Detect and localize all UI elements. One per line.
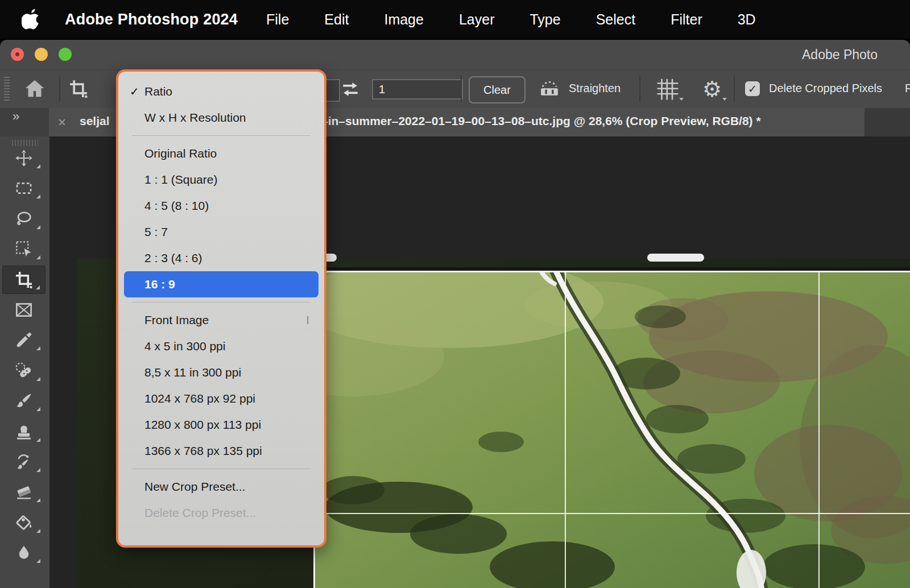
app-name[interactable]: Adobe Photoshop 2024 [65, 11, 238, 28]
tool-eyedropper[interactable] [2, 326, 46, 354]
apple-logo-icon[interactable] [22, 8, 41, 31]
close-tab-icon[interactable]: × [58, 114, 66, 130]
close-window-button[interactable] [11, 48, 24, 61]
menu-item-2-3-4-6[interactable]: 2 : 3 (4 : 6) [124, 245, 318, 271]
menubar-item-select[interactable]: Select [596, 11, 635, 28]
checkmark-icon: ✓ [748, 82, 757, 96]
swap-width-height-icon[interactable] [339, 78, 362, 101]
lasso-icon [15, 210, 33, 228]
rectangular-marquee-icon [15, 179, 33, 197]
tool-eraser[interactable] [2, 478, 46, 506]
straighten-icon[interactable] [537, 78, 562, 102]
menubar-item-3d[interactable]: 3D [738, 11, 756, 28]
crop-grid-horizontal-1 [315, 513, 910, 514]
home-icon[interactable] [23, 77, 47, 101]
menu-item-label: 4 x 5 in 300 ppi [144, 339, 225, 353]
tool-flyout-indicator [36, 194, 40, 198]
menu-item-16-9[interactable]: 16 : 9 [124, 271, 318, 297]
menu-item-label: 4 : 5 (8 : 10) [144, 199, 209, 213]
brush-icon [15, 392, 33, 410]
menu-item-front-image[interactable]: Front ImageI [124, 307, 318, 333]
menubar-item-layer[interactable]: Layer [459, 11, 495, 28]
tool-blur[interactable] [2, 539, 46, 567]
menubar-item-file[interactable]: File [266, 11, 289, 28]
crop-height-input[interactable] [372, 79, 463, 100]
crop-preview-image [313, 271, 910, 588]
menu-item-original-ratio[interactable]: Original Ratio [124, 140, 318, 167]
zoom-window-button[interactable] [59, 48, 72, 61]
crop-preset-dropdown-menu: ✓RatioW x H x ResolutionOriginal Ratio1 … [116, 69, 326, 548]
menu-separator [132, 302, 311, 303]
menu-item-label: 1280 x 800 px 113 ppi [144, 418, 261, 432]
menu-item-label: Front Image [144, 313, 209, 327]
tool-flyout-indicator [36, 225, 40, 229]
menu-item-label: W x H x Resolution [144, 111, 246, 125]
menu-item-1-1-square[interactable]: 1 : 1 (Square) [124, 167, 318, 193]
photoshop-window: Adobe Photoshop 2024 FileEditImageLayerT… [0, 0, 910, 588]
collapse-panels-button[interactable]: » [0, 108, 49, 136]
crop-top-middle-handle[interactable] [647, 254, 704, 262]
move-icon [15, 149, 33, 167]
frame-icon [15, 301, 33, 319]
menu-item-label: Ratio [144, 85, 172, 98]
menu-separator [132, 469, 311, 469]
tool-crop-selected[interactable] [2, 266, 46, 294]
menu-item-label: Delete Crop Preset... [144, 506, 256, 520]
menu-item-1024-x-768-px-92-ppi[interactable]: 1024 x 768 px 92 ppi [124, 386, 318, 412]
menubar-item-filter[interactable]: Filter [671, 11, 702, 28]
delete-cropped-pixels-checkbox[interactable]: ✓ [745, 81, 760, 96]
checkmark-icon: ✓ [130, 85, 139, 98]
tools-panel [0, 136, 50, 588]
clipped-option-label: F [905, 82, 910, 95]
menubar-item-type[interactable]: Type [530, 11, 560, 28]
menu-item-1366-x-768-px-135-ppi[interactable]: 1366 x 768 px 135 ppi [124, 438, 318, 464]
menu-item-1280-x-800-px-113-ppi[interactable]: 1280 x 800 px 113 ppi [124, 412, 318, 438]
tool-paint-bucket[interactable] [2, 508, 46, 537]
tool-move[interactable] [2, 144, 46, 172]
crop-overlay-grid-icon[interactable] [654, 77, 681, 102]
tool-history-brush[interactable] [2, 448, 46, 476]
minimize-window-button[interactable] [35, 48, 48, 61]
window-title: Adobe Photo [802, 47, 878, 63]
crop-tool-preset-icon[interactable] [67, 77, 90, 100]
delete-cropped-pixels-label[interactable]: Delete Cropped Pixels [769, 82, 882, 95]
eraser-icon [15, 483, 33, 501]
crop-settings-gear-icon[interactable]: ⚙ [698, 76, 726, 103]
tool-flyout-indicator [36, 559, 40, 563]
tool-flyout-indicator [36, 498, 40, 502]
tool-lasso[interactable] [2, 205, 46, 233]
menu-item-5-7[interactable]: 5 : 7 [124, 219, 318, 245]
tool-spot-healing-brush[interactable] [2, 357, 46, 385]
tool-frame[interactable] [2, 296, 46, 324]
tool-rectangular-marquee[interactable] [2, 174, 46, 202]
tool-clone-stamp[interactable] [2, 417, 46, 446]
menu-item-new-crop-preset[interactable]: New Crop Preset... [124, 474, 318, 500]
menu-item-w-x-h-x-resolution[interactable]: W x H x Resolution [124, 105, 318, 131]
clear-button[interactable]: Clear [469, 76, 526, 103]
menu-item-ratio[interactable]: ✓Ratio [124, 78, 318, 105]
menu-item-label: 16 : 9 [144, 278, 175, 291]
tool-object-selection[interactable] [2, 235, 46, 263]
menu-item-label: 8,5 x 11 in 300 ppi [144, 366, 241, 379]
tool-flyout-indicator [36, 468, 40, 472]
macos-menu-bar: Adobe Photoshop 2024 FileEditImageLayerT… [0, 0, 910, 39]
menubar-item-image[interactable]: Image [384, 11, 423, 28]
blur-icon [15, 544, 33, 562]
tool-flyout-indicator [36, 377, 40, 381]
tool-flyout-indicator [36, 529, 40, 533]
menu-item-4-5-8-10[interactable]: 4 : 5 (8 : 10) [124, 193, 318, 219]
tool-brush[interactable] [2, 387, 46, 415]
menu-separator [132, 135, 311, 136]
crop-top-edge[interactable] [313, 271, 910, 272]
straighten-label[interactable]: Straighten [569, 82, 621, 95]
tab-title-right: –in–summer–2022–01–19–00–13–08–utc.jpg @… [321, 114, 761, 128]
menubar-item-edit[interactable]: Edit [324, 11, 349, 28]
object-selection-icon [15, 240, 33, 258]
menu-item-4-x-5-in-300-ppi[interactable]: 4 x 5 in 300 ppi [124, 333, 318, 359]
tool-flyout-indicator [36, 285, 40, 289]
divider [461, 76, 462, 102]
spot-healing-brush-icon [15, 362, 33, 380]
options-bar-grip[interactable] [4, 77, 10, 102]
divider [59, 76, 60, 102]
menu-item-8-5-x-11-in-300-ppi[interactable]: 8,5 x 11 in 300 ppi [124, 359, 318, 386]
